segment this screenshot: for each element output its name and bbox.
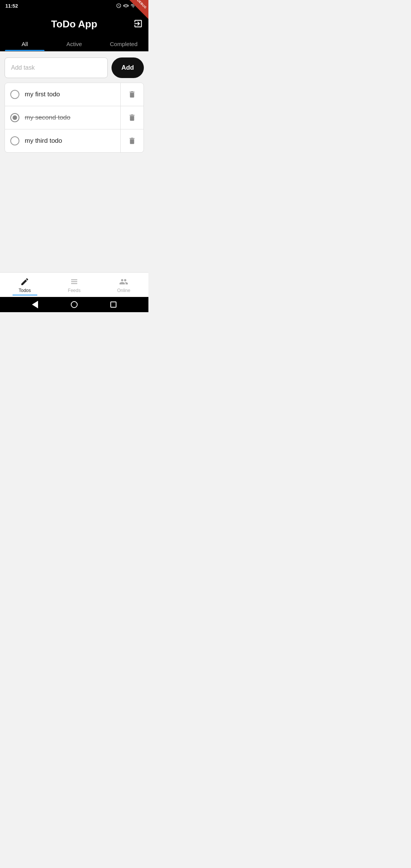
main-content: Add my first todo my second todo (0, 51, 148, 272)
table-row: my second todo (5, 106, 144, 129)
todo-radio-2[interactable] (10, 113, 19, 122)
trash-icon (128, 90, 136, 99)
trash-icon (128, 113, 136, 122)
feeds-icon (70, 277, 79, 286)
alarm-icon (116, 3, 121, 8)
tab-bar: All Active Completed (0, 35, 148, 51)
table-row: my third todo (5, 129, 144, 153)
bottom-nav-feeds-label: Feeds (68, 288, 80, 293)
tab-active[interactable]: Active (49, 35, 99, 51)
app-header: ToDo App (0, 11, 148, 35)
todo-text-1: my first todo (25, 91, 60, 98)
tab-all[interactable]: All (0, 35, 49, 51)
logout-icon (133, 19, 143, 29)
todo-radio-3[interactable] (10, 136, 19, 145)
recents-button[interactable] (110, 301, 117, 308)
pencil-icon (20, 277, 29, 286)
bottom-nav-online[interactable]: Online (99, 276, 148, 295)
table-row: my first todo (5, 83, 144, 106)
todo-text-3: my third todo (25, 137, 62, 145)
bottom-nav-online-label: Online (117, 288, 131, 293)
status-bar: 11:52 DEBUG (0, 0, 148, 11)
tab-completed[interactable]: Completed (99, 35, 148, 51)
todo-delete-3[interactable] (121, 130, 143, 152)
add-task-row: Add (5, 57, 144, 78)
bottom-nav: Todos Feeds Online (0, 272, 148, 297)
add-task-input[interactable] (5, 57, 108, 78)
trash-icon (128, 137, 136, 145)
people-icon (119, 277, 128, 286)
back-button[interactable] (31, 301, 39, 308)
app-title: ToDo App (51, 18, 97, 30)
todo-delete-2[interactable] (121, 107, 143, 129)
todo-item-left-1[interactable]: my first todo (5, 83, 121, 106)
bottom-nav-todos[interactable]: Todos (0, 276, 49, 295)
todo-text-2: my second todo (25, 114, 70, 121)
home-button[interactable] (70, 301, 78, 308)
todo-item-left-3[interactable]: my third todo (5, 129, 121, 152)
bottom-nav-todos-label: Todos (19, 288, 31, 293)
vibrate-icon (123, 3, 129, 8)
bottom-nav-feeds[interactable]: Feeds (49, 276, 99, 295)
add-task-button[interactable]: Add (112, 57, 144, 78)
logout-button[interactable] (133, 19, 143, 29)
android-nav-bar (0, 297, 148, 312)
todo-list: my first todo my second todo (5, 83, 144, 153)
todo-delete-1[interactable] (121, 83, 143, 105)
todo-radio-1[interactable] (10, 90, 19, 99)
status-time: 11:52 (5, 3, 18, 9)
todo-item-left-2[interactable]: my second todo (5, 106, 121, 129)
